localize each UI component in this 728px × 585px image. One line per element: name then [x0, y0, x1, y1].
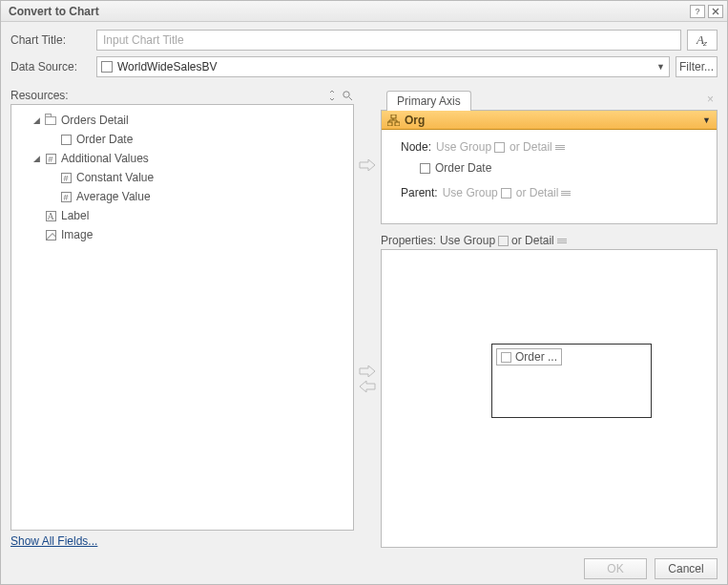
properties-label: Properties: — [381, 234, 436, 247]
node-order-date[interactable]: Order Date — [416, 158, 705, 178]
ok-button[interactable]: OK — [584, 558, 647, 579]
svg-point-0 — [343, 92, 349, 97]
arrow-left-icon — [359, 381, 376, 392]
dialog-footer: OK Cancel — [1, 554, 727, 584]
tree-label: Image — [61, 228, 93, 241]
filter-button[interactable]: Filter... — [676, 56, 718, 77]
main-area: Resources: ◢ Orders Detail — [10, 89, 718, 548]
chart-title-input[interactable] — [96, 30, 681, 51]
resources-tree[interactable]: ◢ Orders Detail Order Date ◢ # Additiona… — [10, 104, 354, 531]
sort-icon — [327, 90, 337, 101]
field-icon — [59, 133, 73, 146]
primary-axis-panel: Org ▼ Node: Use Group or Detail — [381, 110, 718, 224]
cancel-button[interactable]: Cancel — [655, 558, 718, 579]
or-detail-hint: or Detail — [510, 140, 552, 154]
resources-pane: Resources: ◢ Orders Detail — [10, 89, 354, 548]
field-icon — [418, 161, 431, 175]
detail-drop-icon[interactable] — [555, 145, 565, 150]
numeric-icon: # — [44, 152, 57, 165]
image-icon — [44, 228, 57, 241]
tab-close-button[interactable]: × — [707, 93, 714, 106]
use-group-hint: Use Group — [443, 186, 498, 199]
org-selector[interactable]: Org ▼ — [382, 111, 717, 130]
search-icon — [342, 90, 353, 101]
use-group-hint: Use Group — [436, 140, 491, 154]
properties-panel[interactable]: Order ... — [381, 249, 718, 548]
tree-label: Additional Values — [61, 152, 149, 165]
chevron-down-icon: ▼ — [702, 115, 711, 125]
resources-search-button[interactable] — [341, 89, 354, 102]
tree-node-order-date[interactable]: Order Date — [15, 130, 349, 149]
arrow-right-icon — [359, 366, 376, 377]
tree-node-additional-values[interactable]: ◢ # Additional Values — [15, 149, 349, 168]
hierarchy-icon — [387, 115, 400, 126]
arrow-right-icon — [359, 159, 376, 171]
resources-header: Resources: — [10, 89, 354, 102]
node-row: Node: Use Group or Detail — [401, 137, 705, 157]
numeric-icon: # — [59, 171, 73, 184]
chart-title-label: Chart Title: — [10, 33, 96, 47]
chevron-down-icon: ▼ — [656, 62, 665, 72]
node-label: Node: — [401, 140, 431, 154]
arrow-right-button-2[interactable] — [358, 364, 377, 379]
expand-icon[interactable]: ◢ — [31, 115, 42, 125]
tree-node-orders-detail[interactable]: ◢ Orders Detail — [15, 111, 349, 130]
resources-sort-button[interactable] — [325, 89, 339, 102]
or-detail-hint: or Detail — [516, 186, 559, 199]
preview-label: Order ... — [515, 350, 557, 364]
properties-header: Properties: Use Group or Detail — [381, 234, 718, 247]
tree-node-image[interactable]: Image — [15, 225, 349, 244]
resources-label: Resources: — [10, 89, 323, 102]
transfer-arrows — [354, 89, 381, 548]
use-group-hint: Use Group — [440, 234, 495, 247]
font-button[interactable]: Az — [687, 30, 718, 51]
detail-drop-icon[interactable] — [557, 239, 567, 243]
tab-primary-axis[interactable]: Primary Axis — [386, 91, 471, 111]
svg-rect-4 — [395, 122, 400, 126]
org-label: Org — [405, 114, 702, 127]
parent-row: Parent: Use Group or Detail — [401, 183, 705, 202]
titlebar: Convert to Chart ? — [1, 1, 727, 22]
config-pane: Primary Axis × Org ▼ Node: Use Gr — [381, 89, 718, 548]
axis-tabs: Primary Axis × — [381, 89, 718, 110]
chart-preview[interactable]: Order ... — [491, 344, 652, 418]
dialog-title: Convert to Chart — [9, 5, 687, 18]
data-source-label: Data Source: — [10, 60, 96, 73]
detail-drop-icon[interactable] — [561, 191, 571, 196]
chart-title-row: Chart Title: Az — [10, 30, 718, 51]
dialog-content: Chart Title: Az Data Source: WorldWideSa… — [1, 22, 727, 554]
preview-field[interactable]: Order ... — [496, 348, 562, 366]
label-icon: A — [44, 209, 57, 222]
tree-label: Order Date — [76, 133, 133, 146]
tree-label: Constant Value — [76, 171, 154, 184]
datasource-icon — [101, 61, 113, 73]
close-icon — [712, 8, 719, 15]
arrow-left-button[interactable] — [358, 379, 377, 394]
tree-label: Orders Detail — [61, 114, 129, 127]
or-detail-hint: or Detail — [511, 234, 554, 247]
tree-node-constant-value[interactable]: # Constant Value — [15, 168, 349, 187]
arrow-right-button[interactable] — [358, 157, 377, 173]
field-icon — [501, 352, 511, 363]
expand-icon[interactable]: ◢ — [31, 154, 42, 163]
tree-label: Average Value — [76, 190, 151, 203]
node-item-label: Order Date — [435, 161, 491, 175]
group-drop-icon[interactable] — [494, 142, 505, 153]
show-all-fields-link[interactable]: Show All Fields... — [10, 534, 97, 548]
show-all-fields: Show All Fields... — [10, 534, 354, 548]
folder-icon — [44, 114, 57, 127]
svg-rect-2 — [391, 115, 396, 118]
data-source-row: Data Source: WorldWideSalesBV ▼ Filter..… — [10, 56, 718, 77]
tree-label: Label — [61, 209, 89, 222]
data-source-value: WorldWideSalesBV — [117, 60, 656, 73]
svg-line-1 — [349, 97, 352, 100]
data-source-select[interactable]: WorldWideSalesBV ▼ — [96, 56, 670, 77]
tree-node-label[interactable]: A Label — [15, 206, 349, 225]
group-drop-icon[interactable] — [501, 188, 511, 198]
group-drop-icon[interactable] — [498, 236, 509, 246]
axis-config: Node: Use Group or Detail Order Date Par… — [382, 130, 717, 214]
close-button[interactable] — [708, 5, 723, 18]
help-button[interactable]: ? — [690, 5, 705, 18]
tree-node-average-value[interactable]: # Average Value — [15, 187, 349, 206]
numeric-icon: # — [59, 190, 73, 203]
